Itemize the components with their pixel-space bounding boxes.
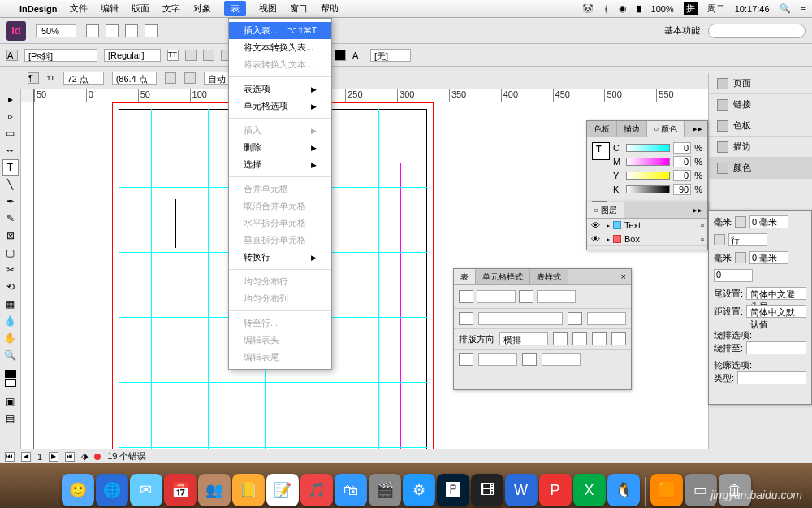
hand-tool[interactable]: ✋ (2, 330, 19, 346)
dock-app[interactable]: 🎞 (471, 474, 503, 506)
menu-file[interactable]: 文件 (70, 2, 88, 15)
align-center-icon[interactable] (203, 50, 214, 61)
menu-item[interactable]: 表选项▶ (229, 80, 331, 98)
dock-app[interactable]: 🅿 (437, 474, 469, 506)
bluetooth-icon[interactable]: ᚼ (603, 4, 609, 14)
tab-cell-style[interactable]: 单元格样式 (476, 269, 530, 284)
layers-panel[interactable]: ○ 图层 ▸▸ 👁▸Text▫ 👁▸Box▫ (586, 202, 708, 250)
menu-table[interactable]: 表 (224, 1, 246, 16)
eyedropper-tool[interactable]: 💧 (2, 313, 19, 329)
tab-table[interactable]: 表 (454, 269, 476, 284)
next-page-button[interactable]: ▶ (49, 452, 58, 462)
gap-tool[interactable]: ↔ (2, 142, 19, 158)
dock-app[interactable]: ⚙ (403, 474, 435, 506)
workspace-label[interactable]: 基本功能 (664, 24, 700, 37)
ruler-origin[interactable] (21, 89, 34, 102)
dock-app[interactable]: 🛍 (335, 474, 367, 506)
menu-layout[interactable]: 版面 (132, 2, 149, 15)
rectangle-tool[interactable]: ▢ (2, 245, 19, 261)
dock-app[interactable]: W (505, 474, 538, 506)
transform-tool[interactable]: ⟲ (2, 279, 19, 295)
none-swatch-field[interactable]: [无] (370, 49, 411, 62)
menu-extras-icon[interactable]: ≡ (801, 4, 806, 14)
menu-window[interactable]: 窗口 (290, 2, 308, 15)
menu-text[interactable]: 文字 (162, 2, 180, 15)
zoom-field[interactable]: 50% (36, 24, 76, 37)
last-page-button[interactable]: ⏭ (65, 452, 75, 462)
preflight-icon[interactable]: ⬗ (81, 451, 88, 462)
panel-menu-icon[interactable]: ▸▸ (688, 121, 707, 137)
fill-swatch[interactable] (5, 370, 16, 378)
screen-mode-normal[interactable]: ▣ (2, 393, 19, 410)
misc-panel[interactable]: 毫米0 毫米 行 毫米0 毫米 0 尾设置:简体中文避头尾 距设置:简体中文默认… (708, 210, 812, 405)
char-icon[interactable]: A (6, 50, 18, 61)
visibility-icon[interactable]: 👁 (590, 220, 600, 230)
eyedropper-icon[interactable]: A (352, 50, 364, 60)
first-page-button[interactable]: ⏮ (5, 452, 15, 462)
stroke-swatch[interactable] (5, 379, 16, 387)
dock-app[interactable]: 🎬 (369, 474, 401, 506)
dock-app[interactable]: 📒 (232, 474, 265, 506)
menu-item[interactable]: 插入表...⌥⇧⌘T (229, 22, 331, 39)
text-fill-swatch[interactable] (592, 142, 610, 160)
tab-color[interactable]: ○ 颜色 (647, 121, 685, 137)
dock-app[interactable]: 📅 (164, 474, 197, 506)
col-width-icon[interactable] (568, 312, 582, 325)
menu-app[interactable]: InDesign (19, 4, 57, 14)
search-input[interactable] (708, 24, 806, 38)
superscript-icon[interactable] (165, 72, 176, 84)
panel-menu-icon[interactable]: × (616, 269, 631, 284)
tt-icon[interactable]: TT (167, 50, 179, 61)
text-frame-icon[interactable] (335, 50, 346, 61)
page-number[interactable]: 1 (37, 452, 42, 462)
dock-app[interactable]: 🙂 (62, 474, 94, 506)
direct-selection-tool[interactable]: ▹ (2, 108, 19, 124)
view-icon-2[interactable] (106, 24, 119, 37)
subscript-icon[interactable] (184, 72, 196, 84)
dock-app[interactable]: 🌐 (96, 474, 128, 506)
tab-table-style[interactable]: 表样式 (530, 269, 568, 284)
row-height-icon[interactable] (459, 312, 473, 325)
page-tool[interactable]: ▭ (2, 125, 19, 141)
selection-tool[interactable]: ▸ (2, 91, 19, 107)
dock-app[interactable]: 👥 (198, 474, 231, 506)
ruler-horizontal[interactable]: 5005010015020025030035040045050055060065… (34, 89, 812, 102)
dock-item-描边[interactable]: 描边 (709, 137, 812, 158)
visibility-icon[interactable]: 👁 (590, 234, 600, 244)
font-size-field[interactable]: 72 点 (63, 72, 104, 85)
wifi-icon[interactable]: ◉ (619, 3, 627, 14)
menu-item[interactable]: 转换行▶ (229, 249, 331, 266)
menu-help[interactable]: 帮助 (321, 2, 339, 15)
pen-tool[interactable]: ✒ (2, 193, 19, 210)
rows-icon[interactable] (459, 290, 473, 303)
panel-menu-icon[interactable]: ▸▸ (688, 202, 707, 218)
menu-view[interactable]: 视图 (259, 2, 277, 15)
gradient-tool[interactable]: ▦ (2, 296, 19, 312)
menu-item[interactable]: 选择▶ (229, 156, 331, 173)
dock-app[interactable]: P (539, 474, 572, 506)
battery-icon[interactable]: ▮ (637, 3, 641, 14)
zoom-tool[interactable]: 🔍 (2, 347, 19, 363)
menu-edit[interactable]: 编辑 (101, 2, 119, 15)
dock-app[interactable]: X (573, 474, 606, 506)
menu-object[interactable]: 对象 (193, 2, 211, 15)
screen-mode-preview[interactable]: ▤ (2, 410, 19, 427)
align-left-icon[interactable] (185, 50, 197, 61)
view-icon-1[interactable] (86, 24, 99, 37)
line-tool[interactable]: ╲ (2, 176, 19, 193)
para-icon[interactable]: ¶ (28, 72, 39, 84)
type-tool[interactable]: T (2, 159, 19, 176)
dock-app[interactable]: 🟧 (650, 474, 683, 506)
panda-icon[interactable]: 🐼 (582, 3, 594, 14)
spotlight-icon[interactable]: 🔍 (780, 3, 791, 14)
tab-layers[interactable]: ○ 图层 (587, 202, 624, 218)
dock-app[interactable]: 🎵 (300, 474, 333, 506)
cols-icon[interactable] (519, 290, 533, 303)
prev-page-button[interactable]: ◀ (21, 452, 31, 462)
dock-item-色板[interactable]: 色板 (709, 115, 812, 137)
tab-swatches[interactable]: 色板 (587, 121, 617, 137)
menu-item[interactable]: 将文本转换为表... (229, 39, 331, 56)
dock-app[interactable]: 📝 (266, 474, 299, 506)
font-family-field[interactable]: [Ps斜] (24, 49, 97, 62)
ime-indicator[interactable]: 拼 (684, 2, 698, 15)
